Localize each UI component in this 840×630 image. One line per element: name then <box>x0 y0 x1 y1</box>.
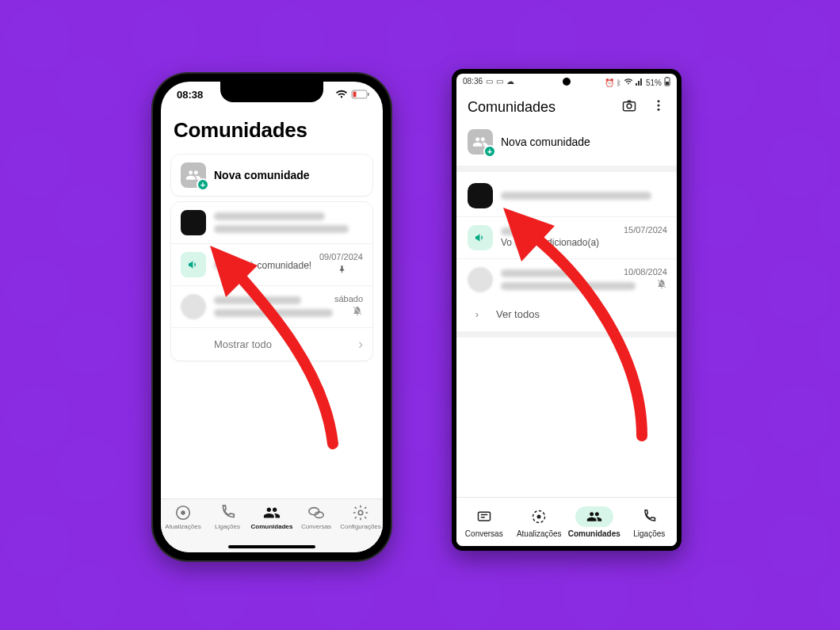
megaphone-icon <box>468 225 493 250</box>
tab-chats[interactable]: Conversas <box>458 506 510 538</box>
home-indicator[interactable] <box>228 545 315 548</box>
battery-icon <box>664 77 670 88</box>
redacted-text <box>214 309 333 317</box>
cloud-icon: ☁ <box>506 77 514 86</box>
redacted-text <box>214 296 301 304</box>
chevron-right-icon: › <box>468 308 487 320</box>
tab-label: Ligações <box>215 523 240 530</box>
android-list: + Nova comunidade Vo <box>456 121 677 338</box>
section-divider <box>456 331 677 338</box>
announcement-snippet: à comunidade! <box>249 260 311 271</box>
tab-label: Conversas <box>465 529 503 538</box>
iphone-notch <box>220 82 323 102</box>
announcement-snippet: oi adicionado(a) <box>532 237 599 248</box>
community-group-icon: + <box>181 162 206 188</box>
redacted-text <box>214 225 349 233</box>
svg-point-4 <box>181 510 185 515</box>
status-indicator-icon: ▭ <box>486 77 493 86</box>
tab-chats[interactable]: Conversas <box>294 504 338 530</box>
redacted-text <box>501 192 651 200</box>
svg-point-12 <box>627 104 632 109</box>
android-screen: 08:36 ▭ ▭ ☁ ⏰ ᛒ 51% Comunid <box>456 74 677 546</box>
community-header-row[interactable] <box>456 175 677 216</box>
battery-low-icon <box>351 90 370 99</box>
bluetooth-icon: ᛒ <box>617 78 621 87</box>
camera-icon[interactable] <box>621 97 637 116</box>
page-title: Comunidades <box>161 110 383 149</box>
new-community-card[interactable]: + Nova comunidade <box>170 154 373 197</box>
announcement-row[interactable]: Vo oi adicionado(a) 15/07/2024 <box>456 216 677 258</box>
group-date: sábado <box>334 294 363 304</box>
new-community-label: Nova comunidade <box>214 169 310 181</box>
tab-label: Atualizações <box>165 523 200 530</box>
tab-communities[interactable]: Comunidades <box>568 506 620 538</box>
android-nav-bar: Conversas Atualizações Comunidades Ligaç… <box>456 497 677 546</box>
tab-calls[interactable]: Ligações <box>623 506 675 538</box>
redacted-text <box>514 239 529 247</box>
tab-label: Conversas <box>301 523 331 530</box>
new-community-label: Nova comunidade <box>501 136 590 148</box>
iphone-screen: 08:38 Comunidades + Nova comunidade <box>161 82 383 552</box>
group-row[interactable]: sábado <box>171 285 372 327</box>
alarm-icon: ⏰ <box>605 78 614 87</box>
announcement-row[interactable]: à comunidade! 09/07/2024 <box>171 243 372 285</box>
punch-hole-camera <box>563 78 571 86</box>
tab-label: Comunidades <box>568 529 620 538</box>
more-menu-icon[interactable] <box>651 97 666 116</box>
group-date: 10/08/2024 <box>624 267 667 277</box>
tab-updates[interactable]: Atualizações <box>161 504 205 530</box>
background-pattern <box>0 0 840 630</box>
tab-calls[interactable]: Ligações <box>205 504 250 530</box>
show-all-row[interactable]: Mostrar todo › <box>171 327 372 361</box>
svg-rect-10 <box>666 82 669 85</box>
redacted-text <box>214 262 246 269</box>
plus-badge-icon: + <box>197 178 209 191</box>
wifi-icon <box>624 78 633 87</box>
android-frame: 08:36 ▭ ▭ ☁ ⏰ ᛒ 51% Comunid <box>452 69 682 551</box>
wifi-icon <box>335 90 348 99</box>
announcement-date: 09/07/2024 <box>319 252 363 262</box>
tab-label: Ligações <box>633 529 665 538</box>
status-indicator-icon: ▭ <box>496 77 503 86</box>
redacted-text <box>501 282 636 290</box>
android-clock: 08:36 <box>463 77 483 86</box>
redacted-text <box>501 227 540 235</box>
community-group-icon: + <box>468 129 493 155</box>
mute-icon <box>656 278 667 292</box>
svg-rect-2 <box>353 92 357 97</box>
ios-clock: 08:38 <box>177 89 203 101</box>
svg-rect-1 <box>368 93 369 96</box>
community-card: à comunidade! 09/07/2024 sábado <box>170 201 373 361</box>
tab-label: Comunidades <box>251 523 293 530</box>
group-avatar <box>468 267 493 292</box>
chevron-right-icon: › <box>358 336 363 353</box>
tab-updates[interactable]: Atualizações <box>513 506 565 538</box>
new-community-row[interactable]: + Nova comunidade <box>456 121 677 162</box>
iphone-frame: 08:38 Comunidades + Nova comunidade <box>153 74 391 560</box>
signal-icon <box>636 78 643 87</box>
announcement-date: 15/07/2024 <box>624 225 667 235</box>
show-all-label: Mostrar todo <box>214 338 272 350</box>
redacted-text <box>501 269 572 277</box>
ios-tab-bar: Atualizações Ligações Comunidades Conver… <box>161 498 383 552</box>
tab-label: Configurações <box>340 523 381 530</box>
svg-point-18 <box>537 514 541 518</box>
tab-settings[interactable]: Configurações <box>338 504 383 530</box>
group-row[interactable]: 10/08/2024 <box>456 258 677 300</box>
svg-point-5 <box>309 508 319 515</box>
svg-point-7 <box>358 510 363 515</box>
svg-point-15 <box>658 109 660 111</box>
community-avatar <box>468 183 493 208</box>
community-header-row[interactable] <box>171 202 372 243</box>
android-header: Comunidades <box>456 91 677 121</box>
tab-label: Atualizações <box>517 529 562 538</box>
tab-communities[interactable]: Comunidades <box>250 504 294 530</box>
svg-point-13 <box>658 100 660 102</box>
megaphone-icon <box>181 252 206 277</box>
page-title: Comunidades <box>468 99 556 116</box>
view-all-row[interactable]: › Ver todos <box>456 300 677 328</box>
mute-icon <box>352 305 363 319</box>
plus-badge-icon: + <box>483 145 496 158</box>
section-divider <box>456 166 677 172</box>
group-avatar <box>181 294 206 319</box>
